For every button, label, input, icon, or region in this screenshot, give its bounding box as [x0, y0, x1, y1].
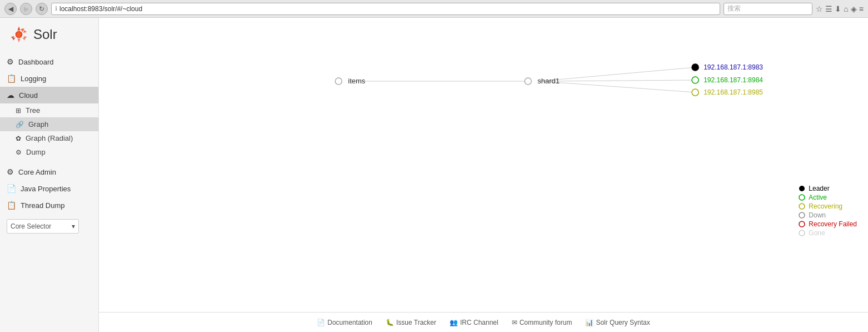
svg-point-20: [799, 221, 805, 227]
download-icon[interactable]: ⬇: [835, 4, 841, 13]
sidebar-item-cloud[interactable]: ☁ Cloud: [0, 87, 98, 103]
svg-point-12: [692, 77, 699, 83]
recovering-dot-icon: [799, 203, 805, 210]
core-selector-arrow: ▾: [72, 222, 75, 230]
menu-icon[interactable]: ≡: [859, 4, 864, 13]
svg-point-17: [799, 195, 805, 200]
footer-irc-channel[interactable]: 👥 IRC Channel: [450, 319, 498, 326]
dump-icon: ⚙: [16, 148, 22, 156]
home-icon[interactable]: ⌂: [844, 4, 848, 13]
reload-button[interactable]: ↻: [36, 3, 48, 15]
sidebar-item-tree-label: Tree: [26, 106, 40, 115]
svg-point-19: [799, 212, 805, 218]
graph-svg: items shard1 192.168.187.1:8983 192.168.…: [99, 18, 868, 312]
footer-community-forum-label: Community forum: [520, 319, 572, 326]
svg-point-16: [799, 186, 805, 191]
footer-issue-tracker[interactable]: 🐛 Issue Tracker: [386, 319, 436, 326]
footer-issue-tracker-label: Issue Tracker: [396, 319, 436, 326]
gone-dot-icon: [799, 230, 805, 236]
dashboard-icon: ⚙: [7, 57, 14, 66]
sidebar-item-dump[interactable]: ⚙ Dump: [0, 145, 98, 159]
svg-point-21: [799, 230, 805, 236]
footer-solr-query-syntax-label: Solr Query Syntax: [596, 319, 650, 326]
sidebar-item-graph[interactable]: 🔗 Graph: [0, 117, 98, 131]
leader-dot-icon: [799, 185, 805, 192]
cloud-icon: ☁: [7, 91, 14, 100]
svg-text:192.168.187.1:8983: 192.168.187.1:8983: [704, 63, 763, 71]
legend-item-recovering: Recovering: [799, 202, 857, 210]
svg-point-18: [799, 204, 805, 209]
sidebar-item-graph-radial-label: Graph (Radial): [26, 134, 73, 142]
svg-text:192.168.187.1:8985: 192.168.187.1:8985: [704, 88, 763, 96]
main-container: Solr ⚙ Dashboard 📋 Logging ☁ Cloud ⊞ Tre…: [0, 18, 868, 332]
bookmark-icon[interactable]: ☆: [816, 4, 823, 13]
sidebar-item-thread-dump[interactable]: 📋 Thread Dump: [0, 197, 98, 214]
sidebar-item-dashboard[interactable]: ⚙ Dashboard: [0, 53, 98, 70]
legend-item-active: Active: [799, 194, 857, 201]
footer: 📄 Documentation 🐛 Issue Tracker 👥 IRC Ch…: [99, 312, 868, 332]
tree-icon: ⊞: [16, 107, 21, 115]
svg-line-5: [539, 81, 695, 92]
legend-active-label: Active: [809, 194, 827, 201]
svg-point-6: [335, 78, 342, 85]
browser-icons: ☆ ☰ ⬇ ⌂ ◈ ≡: [816, 4, 864, 13]
sidebar-item-cloud-label: Cloud: [19, 91, 38, 100]
sidebar-item-core-admin-label: Core Admin: [18, 168, 56, 176]
content-area: items shard1 192.168.187.1:8983 192.168.…: [99, 18, 868, 332]
footer-community-forum[interactable]: ✉ Community forum: [512, 319, 572, 326]
sidebar-item-java-properties[interactable]: 📄 Java Properties: [0, 180, 98, 197]
sidebar-item-graph-label: Graph: [28, 120, 48, 128]
svg-point-14: [692, 89, 699, 96]
back-button[interactable]: ◀: [4, 3, 17, 15]
logo-area: Solr: [0, 18, 98, 53]
down-dot-icon: [799, 212, 805, 219]
legend-recovery-failed-label: Recovery Failed: [809, 220, 857, 228]
logging-icon: 📋: [7, 74, 16, 83]
documentation-icon: 📄: [317, 319, 325, 326]
core-selector-label: Core Selector: [11, 222, 51, 230]
svg-text:192.168.187.1:8984: 192.168.187.1:8984: [704, 76, 763, 84]
core-admin-icon: ⚙: [7, 167, 14, 176]
sidebar-item-java-properties-label: Java Properties: [21, 185, 71, 193]
java-properties-icon: 📄: [7, 184, 16, 193]
sidebar-item-thread-dump-label: Thread Dump: [21, 201, 64, 210]
community-forum-icon: ✉: [512, 319, 517, 326]
address-bar[interactable]: ℹ localhost:8983/solr/#/~cloud: [51, 3, 720, 15]
legend-item-leader: Leader: [799, 185, 857, 192]
legend-recovering-label: Recovering: [809, 202, 842, 210]
svg-text:items: items: [348, 77, 366, 85]
sidebar-item-tree[interactable]: ⊞ Tree: [0, 103, 98, 117]
svg-line-4: [539, 80, 695, 81]
irc-channel-icon: 👥: [450, 319, 458, 326]
solr-query-syntax-icon: 📊: [585, 319, 593, 326]
sidebar-item-logging[interactable]: 📋 Logging: [0, 70, 98, 87]
svg-point-1: [17, 32, 22, 37]
core-selector-wrapper: Core Selector ▾: [0, 214, 98, 239]
sidebar: Solr ⚙ Dashboard 📋 Logging ☁ Cloud ⊞ Tre…: [0, 18, 99, 332]
recovery-failed-dot-icon: [799, 221, 805, 227]
footer-irc-channel-label: IRC Channel: [460, 319, 498, 326]
issue-tracker-icon: 🐛: [386, 319, 394, 326]
legend-down-label: Down: [809, 211, 826, 219]
legend-leader-label: Leader: [809, 185, 829, 192]
footer-solr-query-syntax[interactable]: 📊 Solr Query Syntax: [585, 319, 650, 326]
pocket-icon[interactable]: ◈: [851, 4, 857, 13]
core-selector[interactable]: Core Selector ▾: [7, 219, 79, 234]
reader-icon[interactable]: ☰: [825, 4, 832, 13]
thread-dump-icon: 📋: [7, 201, 16, 210]
legend-item-down: Down: [799, 211, 857, 219]
svg-line-3: [539, 67, 695, 81]
footer-documentation[interactable]: 📄 Documentation: [317, 319, 372, 326]
search-bar[interactable]: 搜索: [724, 3, 812, 15]
url-text: localhost:8983/solr/#/~cloud: [59, 5, 142, 13]
solr-name: Solr: [33, 27, 57, 42]
footer-documentation-label: Documentation: [327, 319, 372, 326]
sidebar-item-dashboard-label: Dashboard: [18, 58, 54, 66]
legend-item-recovery-failed: Recovery Failed: [799, 220, 857, 228]
sidebar-item-core-admin[interactable]: ⚙ Core Admin: [0, 163, 98, 180]
sidebar-item-graph-radial[interactable]: ✿ Graph (Radial): [0, 131, 98, 145]
sidebar-item-logging-label: Logging: [21, 75, 46, 83]
forward-button[interactable]: ▶: [20, 3, 32, 15]
svg-point-10: [692, 64, 699, 71]
browser-chrome: ◀ ▶ ↻ ℹ localhost:8983/solr/#/~cloud 搜索 …: [0, 0, 868, 18]
